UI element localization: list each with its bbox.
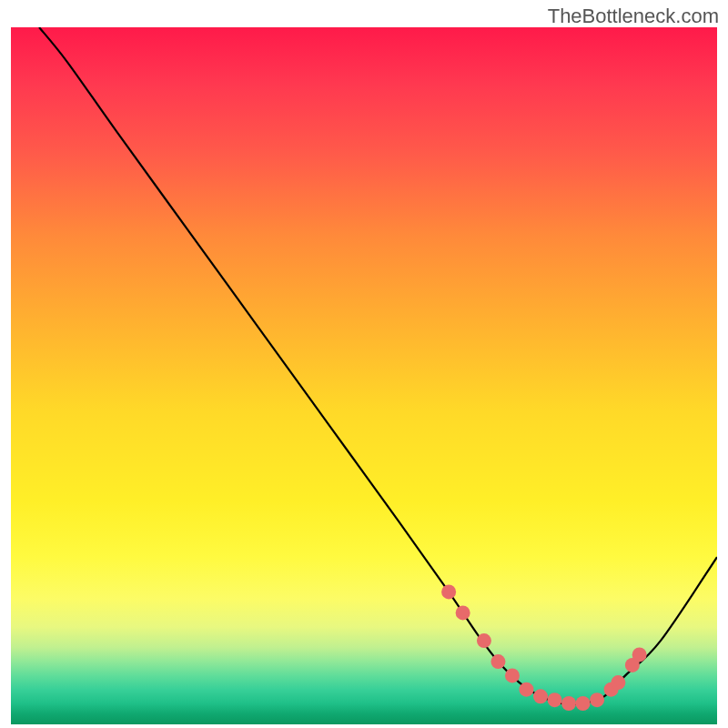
curve-marker [611,675,625,690]
curve-marker [505,668,520,682]
curve-marker [519,682,533,697]
chart-svg [11,27,717,724]
curve-marker [590,693,604,707]
curve-marker [441,584,456,599]
watermark-text: TheBottleneck.com [548,5,719,28]
curve-marker [548,693,562,707]
chart-container [11,27,717,728]
curve-marker [632,647,647,662]
curve-marker [561,696,576,711]
curve-marker [490,654,505,669]
curve-marker [477,633,491,648]
curve-marker [576,696,591,711]
curve-marker [533,689,548,703]
curve-markers [441,584,647,711]
curve-marker [456,605,470,620]
bottleneck-curve [39,27,717,704]
